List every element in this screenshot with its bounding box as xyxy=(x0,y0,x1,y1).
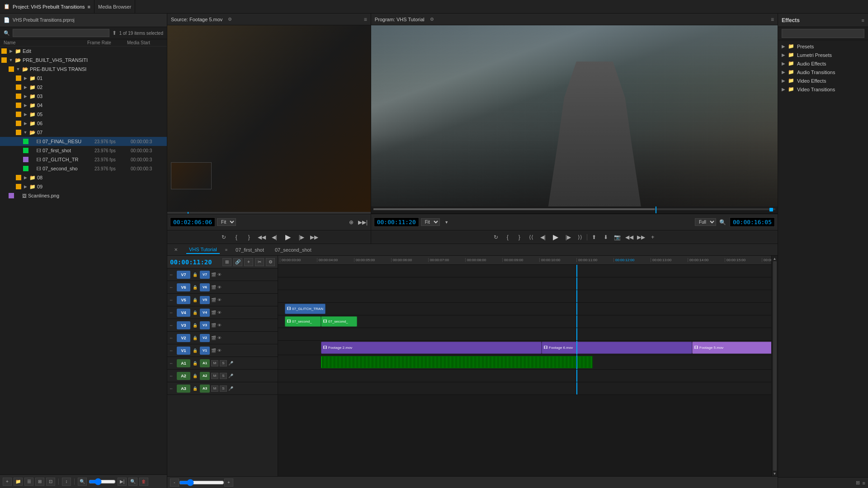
program-fit-select[interactable]: Fit xyxy=(421,218,440,226)
program-panel-menu[interactable]: ≡ xyxy=(771,16,774,23)
track-a3-lock[interactable]: 🔒 xyxy=(193,386,198,391)
list-item[interactable]: ▶ 📁 02 xyxy=(0,83,167,92)
icon-view-button[interactable]: ⊞ xyxy=(35,478,44,486)
clip-v1-footage6[interactable]: 🎞 Footage 6.mov xyxy=(542,342,692,354)
track-v5-lock[interactable]: 🔒 xyxy=(193,298,198,302)
tl-link-btn[interactable]: 🔗 xyxy=(233,258,242,266)
freeform-view-button[interactable]: ⊡ xyxy=(46,478,55,486)
track-v6-lock[interactable]: 🔒 xyxy=(193,285,198,290)
prog-trim-prev-btn[interactable]: ◀◀ xyxy=(624,232,634,242)
timeline-close-btn[interactable]: ✕ xyxy=(171,245,181,255)
tab-menu[interactable]: ≡ xyxy=(225,248,227,252)
list-item[interactable]: 🎞 07_GLITCH_TR 23.976 fps 00:00:00:3 xyxy=(0,155,167,164)
sort-button[interactable]: ↕ xyxy=(62,478,71,486)
source-mark-in-button[interactable]: { xyxy=(231,232,241,242)
project-menu-icon[interactable]: ≡ xyxy=(88,4,90,9)
upload-icon[interactable]: ⬆ xyxy=(112,30,117,36)
track-v4-lock[interactable]: 🔒 xyxy=(193,310,198,315)
prog-mark-in-btn[interactable]: { xyxy=(503,232,513,242)
zoom-slider[interactable] xyxy=(89,478,116,485)
track-a1-lock[interactable]: 🔒 xyxy=(193,361,198,366)
tl-razor-btn[interactable]: ✂ xyxy=(255,258,264,266)
prog-camera-btn[interactable]: 📷 xyxy=(613,232,623,242)
source-mark-out-button[interactable]: } xyxy=(244,232,254,242)
track-v2-label[interactable]: V2 xyxy=(177,334,190,342)
add-to-timeline-button[interactable]: ⊕ xyxy=(346,217,356,227)
tl-zoom-in-btn[interactable]: + xyxy=(224,479,233,487)
list-item[interactable]: 🖼 Scanlines.png xyxy=(0,191,167,200)
effects-footer-icon-1[interactable]: ⊞ xyxy=(856,480,860,486)
timeline-vscrollbar[interactable]: ▲ ▼ xyxy=(771,256,778,476)
source-prev-frame-button[interactable]: ◀| xyxy=(269,232,279,242)
track-a2-s-btn[interactable]: S xyxy=(220,373,227,379)
source-loop-button[interactable]: ↻ xyxy=(219,232,229,242)
program-settings-icon[interactable]: ⚙ xyxy=(430,17,434,22)
project-panel-tab[interactable]: 📋 Project: VHS Prebuilt Transitions ≡ xyxy=(0,0,94,13)
automate-button[interactable]: ▶| xyxy=(118,478,127,486)
track-a2-lock[interactable]: 🔒 xyxy=(193,374,198,378)
prog-trim-next-btn[interactable]: ▶▶ xyxy=(636,232,646,242)
track-a1-label[interactable]: A1 xyxy=(177,359,190,367)
track-v7-alt[interactable]: V7 xyxy=(200,271,210,279)
effects-footer-icon-2[interactable]: ≡ xyxy=(863,480,865,486)
list-view-button[interactable]: ☰ xyxy=(24,478,33,486)
list-item[interactable]: ▼ 📂 07 xyxy=(0,128,167,137)
list-item[interactable]: ▶ 📁 09 xyxy=(0,182,167,191)
track-a2-alt[interactable]: A2 xyxy=(200,372,210,380)
track-v2-eye[interactable]: 👁 xyxy=(217,336,222,340)
list-item[interactable]: 🎞 07_second_sho 23.976 fps 00:00:00:3 xyxy=(0,164,167,173)
track-v1-alt[interactable]: V1 xyxy=(200,347,210,355)
track-v7-lock[interactable]: 🔒 xyxy=(193,272,198,277)
list-item[interactable]: ▶ 📁 06 xyxy=(0,119,167,128)
track-v7-eye[interactable]: 👁 xyxy=(217,272,222,277)
track-a2-m-btn[interactable]: M xyxy=(211,373,218,379)
source-step-back-button[interactable]: ◀◀ xyxy=(257,232,267,242)
track-v6-label[interactable]: V6 xyxy=(177,283,190,291)
tl-settings-btn[interactable]: ⚙ xyxy=(266,258,275,266)
clip-v4-glitch[interactable]: 🎞 07_GLITCH_TRAN xyxy=(285,304,326,314)
clip-v1-footage2[interactable]: 🎞 Footage 2.mov xyxy=(321,342,542,354)
track-v2-alt[interactable]: V2 xyxy=(200,334,210,342)
program-scrubber-bar[interactable] xyxy=(371,206,778,214)
tl-add-btn[interactable]: + xyxy=(244,258,253,266)
search-input[interactable] xyxy=(13,29,109,37)
list-item[interactable]: ▶ 📁 04 xyxy=(0,101,167,110)
tab-first-shot[interactable]: 07_first_shot xyxy=(233,246,267,253)
effects-panel-menu[interactable]: ≡ xyxy=(862,18,864,23)
media-browser-tab[interactable]: Media Browser xyxy=(94,0,135,13)
find-button[interactable]: 🔍 xyxy=(128,478,137,486)
source-play-button[interactable]: ▶ xyxy=(282,231,294,243)
track-a3-mic[interactable]: 🎤 xyxy=(228,386,233,391)
list-item[interactable]: ▶ 📁 08 xyxy=(0,173,167,182)
list-item[interactable]: ▶ 📁 01 xyxy=(0,74,167,83)
clip-v3-second1[interactable]: 🎞 07_second_ xyxy=(285,316,321,327)
list-item[interactable]: ▼ 📂 PRE-BUILT VHS TRANSI xyxy=(0,65,167,74)
list-item[interactable]: 🎞 07_first_shot 23.976 fps 00:00:00:3 xyxy=(0,146,167,155)
clip-v1-footage5[interactable]: 🎞 Footage 5.mov xyxy=(692,342,771,354)
track-v2-lock[interactable]: 🔒 xyxy=(193,336,198,340)
track-v5-eye[interactable]: 👁 xyxy=(217,298,222,302)
effects-lumetri-item[interactable]: ▶ 📁 Lumetri Presets xyxy=(778,51,868,59)
track-v6-eye[interactable]: 👁 xyxy=(217,285,222,290)
settings-icon[interactable]: ⚙ xyxy=(228,17,232,22)
track-a2-label[interactable]: A2 xyxy=(177,372,190,380)
track-a3-m-btn[interactable]: M xyxy=(211,385,218,392)
track-v4-eye[interactable]: 👁 xyxy=(217,310,222,315)
scroll-thumb[interactable] xyxy=(773,261,777,471)
list-item[interactable]: ▶ 📁 05 xyxy=(0,110,167,119)
prog-add-marker-btn[interactable]: + xyxy=(648,232,658,242)
track-a3-label[interactable]: A3 xyxy=(177,385,190,393)
source-scrubber[interactable] xyxy=(167,212,371,214)
effects-audio-transitions-item[interactable]: ▶ 📁 Audio Transitions xyxy=(778,68,868,76)
track-v3-eye[interactable]: 👁 xyxy=(217,323,222,328)
track-v1-label[interactable]: V1 xyxy=(177,347,190,355)
fit-dropdown-btn[interactable]: ▼ xyxy=(442,217,452,227)
track-a1-s-btn[interactable]: S xyxy=(220,360,227,366)
tab-second-shot[interactable]: 07_second_shot xyxy=(272,246,314,253)
effects-video-transitions-item[interactable]: ▶ 📁 Video Transitions xyxy=(778,85,868,94)
tl-zoom-out-btn[interactable]: - xyxy=(170,479,179,487)
prog-mark-out-btn[interactable]: } xyxy=(514,232,524,242)
track-v3-label[interactable]: V3 xyxy=(177,321,190,329)
track-v5-label[interactable]: V5 xyxy=(177,296,190,304)
track-a1-m-btn[interactable]: M xyxy=(211,360,218,366)
